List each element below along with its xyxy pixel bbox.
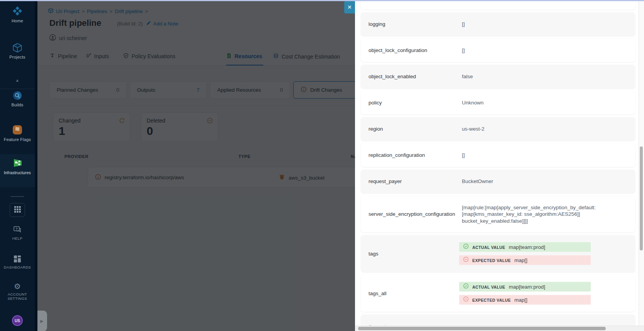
sidebar-divider [10,196,24,197]
sidebar-nav: Home Projects ▲ Builds Feature Flags [0,0,35,331]
check-circle-icon [463,283,469,291]
vertical-scrollbar-thumb[interactable] [640,146,643,250]
gear-icon: ⚙ [14,282,21,291]
attribute-key: server_side_encryption_configuration [361,211,454,217]
minus-circle-icon [463,257,469,264]
attribute-value: Unknown [462,99,616,106]
attribute-key: object_lock_configuration [361,47,454,53]
sidebar-item-label: Infrastructures [0,170,35,175]
sidebar-item-label: SETTINGS [0,296,35,301]
attribute-key: region [361,126,454,132]
expected-value-badge: EXPECTED VALUE map[] [459,295,591,305]
check-circle-icon [463,244,469,251]
attribute-value: us-west-2 [462,126,616,133]
attribute-value: false [462,73,616,80]
drift-detail-drawer: logging [] object_lock_configuration [] … [355,1,639,331]
sidebar-item-label: HELP [0,236,35,240]
drawer-close-button[interactable]: × [344,1,355,13]
actual-value-badge: ACTUAL VALUE map[team:prod] [459,242,591,252]
drawer-row-partial [361,1,635,10]
drawer-row: server_side_encryption_configuration [ma… [361,196,635,232]
modal-scrim[interactable] [37,1,355,331]
sidebar-item-dashboards[interactable]: DASHBOARDS [0,254,35,269]
attribute-key: replication_configuration [361,152,454,158]
sidebar-item-label: DASHBOARDS [0,265,35,269]
attribute-key: policy [361,100,454,106]
attribute-value: [] [462,152,616,159]
sidebar-item-account-settings[interactable]: ⚙ ACCOUNT SETTINGS [0,282,35,301]
sidebar-item-infrastructures[interactable]: Infrastructures [0,157,35,175]
builds-icon [0,90,35,101]
chevron-right-icon: ▶ [40,319,43,324]
expected-value-badge: EXPECTED VALUE map[] [459,255,591,265]
user-avatar[interactable]: US [12,315,23,326]
cube-icon [0,42,35,53]
sidebar-item-label: ACCOUNT [0,292,35,296]
infrastructures-icon [0,157,35,169]
drawer-row: request_payer BucketOwner [361,170,635,193]
panel-expand-handle[interactable]: ▶ [37,311,47,331]
sidebar-item-help[interactable]: ? HELP [0,225,35,240]
drawer-row: object_lock_enabled false [361,65,635,88]
close-icon: × [348,3,352,11]
drawer-row: object_lock_configuration [] [361,39,635,62]
app-window: Home Projects ▲ Builds Feature Flags [0,0,644,331]
attribute-value: [map[rule:[map[apply_server_side_encrypt… [462,204,616,224]
attribute-key: tags [361,251,454,257]
drawer-row-tags: tags ACTUAL VALUE map[team:prod] EXPECTE… [361,235,635,272]
sidebar-item-home[interactable]: Home [0,6,35,23]
sidebar-item-label: Builds [0,102,35,107]
top-edge-strip [0,0,644,1]
drawer-row: replication_configuration [] [361,143,635,167]
help-chat-icon: ? [0,225,35,235]
attribute-value: [] [462,21,616,28]
sidebar-collapse-arrow-icon[interactable]: ▲ [0,78,35,82]
drawer-row: policy Unknown [361,91,635,114]
sidebar-divider [0,89,35,89]
sidebar-item-builds[interactable]: Builds [0,90,35,107]
attribute-key: logging [361,21,454,27]
flag-icon [0,124,35,136]
grid-icon [14,206,21,214]
attribute-value: BucketOwner [462,178,616,185]
sidebar-edge [35,0,37,331]
attribute-key: request_payer [361,178,454,184]
attribute-key: object_lock_enabled [361,74,454,79]
module-grid-button[interactable] [10,203,25,217]
minus-circle-icon [463,296,469,304]
sidebar-item-label: Feature Flags [0,137,35,142]
sidebar-item-label: Projects [0,55,35,59]
drawer-row-tags-all: tags_all ACTUAL VALUE map[team:prod] EXP… [361,275,635,312]
sidebar-item-projects[interactable]: Projects [0,42,35,59]
sidebar-item-label: Home [0,18,35,23]
attribute-value: [] [462,47,616,54]
horizontal-scrollbar-thumb[interactable] [358,327,606,330]
sidebar-item-feature-flags[interactable]: Feature Flags [0,124,35,142]
actual-value-badge: ACTUAL VALUE map[team:prod] [459,282,591,292]
attribute-key: tags_all [361,291,454,296]
svg-text:?: ? [15,227,18,231]
home-icon [0,6,35,17]
drawer-row: region us-west-2 [361,117,635,141]
drawer-row: logging [] [361,12,635,36]
dashboards-icon [0,254,35,264]
